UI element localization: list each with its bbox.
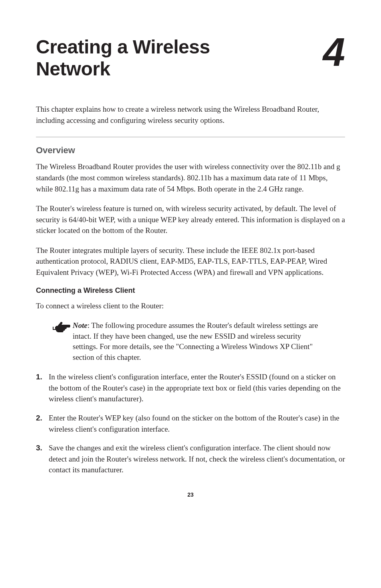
step-text: Save the changes and exit the wireless c… bbox=[49, 442, 345, 476]
step-number: 2. bbox=[36, 412, 49, 424]
chapter-header: Creating a Wireless Network 4 bbox=[36, 36, 345, 80]
list-item: 2. Enter the Router's WEP key (also foun… bbox=[36, 412, 345, 434]
list-item: 3. Save the changes and exit the wireles… bbox=[36, 442, 345, 476]
step-text: In the wireless client's configuration i… bbox=[49, 371, 345, 404]
list-item: 1. In the wireless client's configuratio… bbox=[36, 371, 345, 404]
subsection-heading-connecting: Connecting a Wireless Client bbox=[36, 286, 345, 295]
overview-para-3: The Router integrates multiple layers of… bbox=[36, 245, 345, 278]
note-text: Note: The following procedure assumes th… bbox=[73, 320, 321, 363]
chapter-number: 4 bbox=[323, 34, 345, 70]
section-divider bbox=[36, 137, 345, 137]
page-number: 23 bbox=[36, 491, 345, 498]
step-list: 1. In the wireless client's configuratio… bbox=[36, 371, 345, 475]
chapter-intro: This chapter explains how to create a wi… bbox=[36, 104, 345, 126]
chapter-title: Creating a Wireless Network bbox=[36, 36, 210, 80]
overview-para-2: The Router's wireless feature is turned … bbox=[36, 203, 345, 236]
chapter-title-line1: Creating a Wireless bbox=[36, 36, 210, 57]
note-block: Note: The following procedure assumes th… bbox=[52, 320, 345, 363]
note-label: Note bbox=[73, 321, 87, 330]
subsection-intro: To connect a wireless client to the Rout… bbox=[36, 300, 345, 312]
note-pointing-hand-icon bbox=[52, 321, 70, 334]
overview-para-1: The Wireless Broadband Router provides t… bbox=[36, 161, 345, 194]
step-text: Enter the Router's WEP key (also found o… bbox=[49, 412, 345, 434]
step-number: 1. bbox=[36, 371, 49, 383]
chapter-title-line2: Network bbox=[36, 58, 110, 79]
note-body: : The following procedure assumes the Ro… bbox=[73, 321, 318, 361]
step-number: 3. bbox=[36, 442, 49, 454]
section-heading-overview: Overview bbox=[36, 145, 345, 156]
